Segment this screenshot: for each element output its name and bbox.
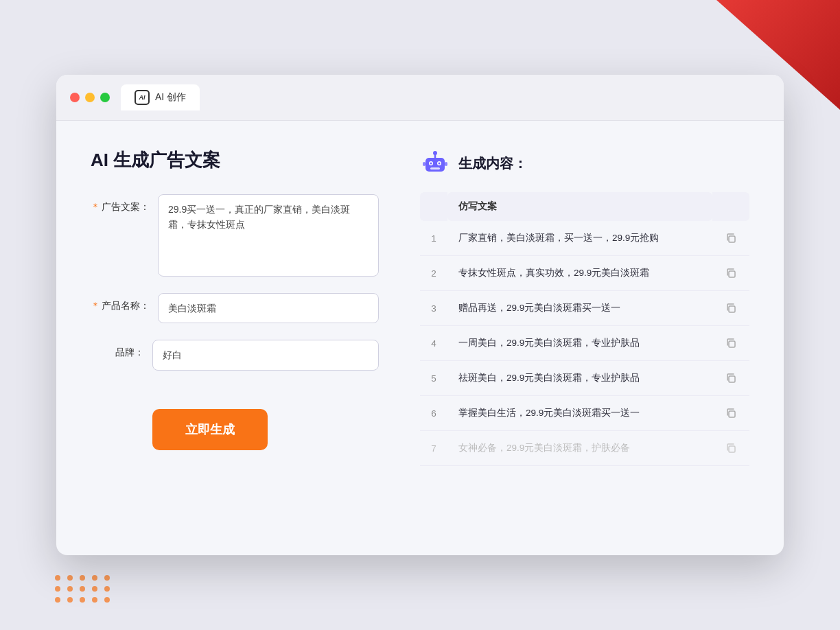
svg-rect-11 [729, 271, 735, 277]
table-row: 5祛斑美白，29.9元美白淡斑霜，专业护肤品 [420, 361, 749, 396]
robot-icon [420, 148, 450, 178]
main-content: AI 生成广告文案 ＊广告文案： ＊产品名称： 品牌： 立 [56, 121, 784, 493]
col-num [420, 192, 447, 221]
required-star: ＊ [91, 201, 100, 212]
right-title: 生成内容： [458, 154, 527, 173]
minimize-button[interactable] [85, 93, 95, 102]
svg-point-6 [439, 163, 441, 165]
result-number: 3 [420, 291, 447, 326]
svg-point-2 [433, 151, 437, 155]
ai-tab[interactable]: AI AI 创作 [121, 84, 200, 110]
svg-rect-15 [729, 411, 735, 417]
copy-button[interactable] [712, 431, 749, 466]
brand-input[interactable] [152, 340, 379, 370]
svg-rect-7 [430, 167, 440, 170]
ai-tab-icon: AI [135, 90, 150, 105]
svg-rect-9 [445, 162, 447, 166]
tab-label: AI 创作 [155, 91, 186, 104]
table-row: 4一周美白，29.9元美白淡斑霜，专业护肤品 [420, 326, 749, 361]
result-text: 一周美白，29.9元美白淡斑霜，专业护肤品 [447, 326, 712, 361]
result-number: 4 [420, 326, 447, 361]
table-row: 1厂家直销，美白淡斑霜，买一送一，29.9元抢购 [420, 221, 749, 256]
svg-rect-14 [729, 376, 735, 382]
result-number: 2 [420, 256, 447, 291]
ad-copy-textarea[interactable] [158, 194, 379, 277]
copy-button[interactable] [712, 256, 749, 291]
copy-button[interactable] [712, 396, 749, 431]
traffic-lights [70, 93, 110, 102]
table-row: 3赠品再送，29.9元美白淡斑霜买一送一 [420, 291, 749, 326]
table-row: 7女神必备，29.9元美白淡斑霜，护肤必备 [420, 431, 749, 466]
copy-button[interactable] [712, 326, 749, 361]
result-text: 赠品再送，29.9元美白淡斑霜买一送一 [447, 291, 712, 326]
result-text: 祛斑美白，29.9元美白淡斑霜，专业护肤品 [447, 361, 712, 396]
svg-point-5 [430, 163, 432, 165]
product-name-input[interactable] [158, 293, 379, 323]
svg-rect-13 [729, 341, 735, 347]
result-number: 1 [420, 221, 447, 256]
panel-title: AI 生成广告文案 [91, 148, 379, 172]
brand-group: 品牌： [91, 340, 379, 370]
col-header: 仿写文案 [447, 192, 712, 221]
copy-button[interactable] [712, 221, 749, 256]
result-text: 专抹女性斑点，真实功效，29.9元美白淡斑霜 [447, 256, 712, 291]
browser-window: AI AI 创作 AI 生成广告文案 ＊广告文案： ＊产品名称： [56, 75, 784, 555]
copy-button[interactable] [712, 291, 749, 326]
right-panel: 生成内容： 仿写文案 1厂家直销，美白淡斑霜，买一送一，29.9元抢购2专抹女性… [420, 148, 749, 466]
table-row: 6掌握美白生活，29.9元美白淡斑霜买一送一 [420, 396, 749, 431]
result-number: 6 [420, 396, 447, 431]
product-name-label: ＊产品名称： [91, 293, 158, 312]
result-text: 女神必备，29.9元美白淡斑霜，护肤必备 [447, 431, 712, 466]
required-star-2: ＊ [91, 300, 100, 311]
maximize-button[interactable] [100, 93, 110, 102]
close-button[interactable] [70, 93, 80, 102]
generate-button[interactable]: 立即生成 [152, 409, 268, 450]
copy-button[interactable] [712, 361, 749, 396]
svg-rect-12 [729, 306, 735, 312]
svg-rect-16 [729, 446, 735, 452]
decorative-dots [55, 575, 111, 603]
product-name-group: ＊产品名称： [91, 293, 379, 323]
result-text: 掌握美白生活，29.9元美白淡斑霜买一送一 [447, 396, 712, 431]
result-number: 5 [420, 361, 447, 396]
col-copy [712, 192, 749, 221]
results-table: 仿写文案 1厂家直销，美白淡斑霜，买一送一，29.9元抢购2专抹女性斑点，真实功… [420, 192, 749, 466]
title-bar: AI AI 创作 [56, 75, 784, 121]
result-number: 7 [420, 431, 447, 466]
svg-rect-10 [729, 236, 735, 242]
ad-copy-group: ＊广告文案： [91, 194, 379, 277]
svg-rect-8 [423, 162, 425, 166]
result-text: 厂家直销，美白淡斑霜，买一送一，29.9元抢购 [447, 221, 712, 256]
ad-copy-label: ＊广告文案： [91, 194, 158, 213]
left-panel: AI 生成广告文案 ＊广告文案： ＊产品名称： 品牌： 立 [91, 148, 379, 466]
brand-label: 品牌： [91, 340, 152, 359]
table-row: 2专抹女性斑点，真实功效，29.9元美白淡斑霜 [420, 256, 749, 291]
right-header: 生成内容： [420, 148, 749, 178]
